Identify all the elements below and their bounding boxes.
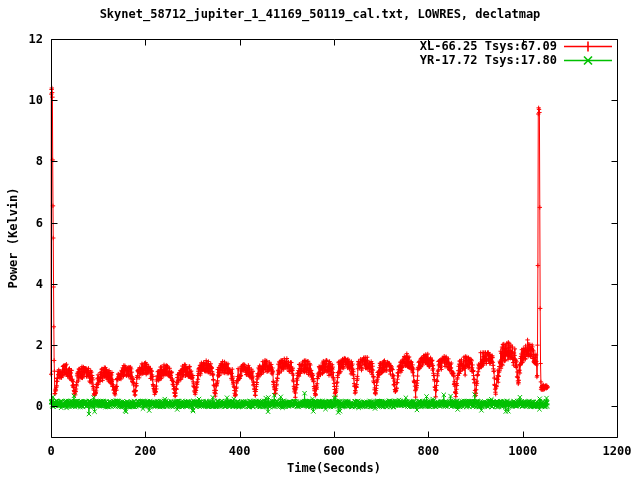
legend-label-yr: YR-17.72 Tsys:17.80 [420,54,557,67]
x-tick-label: 800 [398,444,458,458]
legend: XL-66.25 Tsys:67.09 YR-17.72 Tsys:17.80 [420,40,612,68]
y-tick-label: 0 [9,399,43,413]
x-tick-label: 400 [210,444,270,458]
chart-title: Skynet_58712_jupiter_1_41169_50119_cal.t… [0,7,640,21]
legend-entry-xl: XL-66.25 Tsys:67.09 [420,40,612,53]
y-tick-label: 2 [9,338,43,352]
y-axis-label: Power (Kelvin) [6,187,20,288]
x-tick-label: 200 [115,444,175,458]
line-plus-marker-icon [564,40,612,53]
y-tick-label: 12 [9,32,43,46]
y-tick-label: 10 [9,93,43,107]
y-tick-label: 8 [9,154,43,168]
x-tick-label: 600 [304,444,364,458]
x-tick-label: 0 [21,444,81,458]
gnuplot-chart: Skynet_58712_jupiter_1_41169_50119_cal.t… [0,0,640,480]
legend-entry-yr: YR-17.72 Tsys:17.80 [420,54,612,67]
y-tick-label: 4 [9,277,43,291]
x-axis-label: Time(Seconds) [234,461,434,475]
x-tick-label: 1200 [587,444,640,458]
y-tick-label: 6 [9,216,43,230]
x-tick-label: 1000 [493,444,553,458]
plot-area [0,0,640,480]
line-cross-marker-icon [564,54,612,67]
legend-label-xl: XL-66.25 Tsys:67.09 [420,40,557,53]
